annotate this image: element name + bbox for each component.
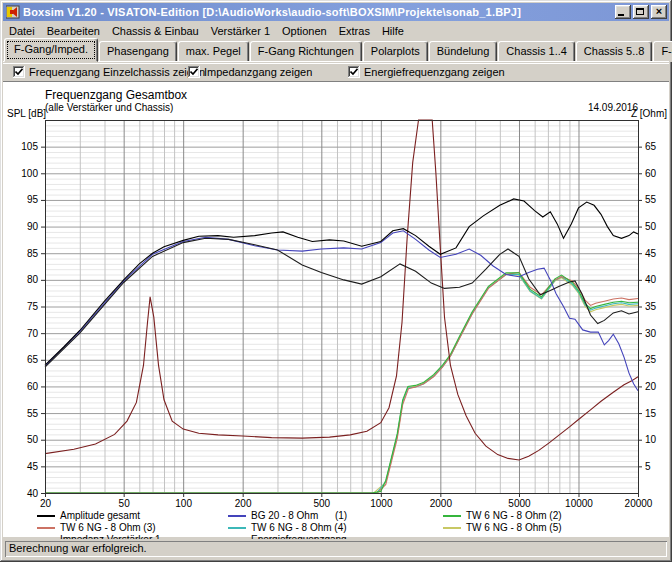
legend-swatch: [443, 515, 461, 517]
window-title: Boxsim V1.20 - VISATON-Edition [D:\Audio…: [23, 6, 521, 18]
legend-item-tw-6-ng-8-ohm-4: TW 6 NG - 8 Ohm (4): [228, 522, 347, 533]
legend-label: TW 6 NG - 8 Ohm (5): [466, 522, 562, 533]
menu-item-datei[interactable]: Datei: [3, 23, 41, 39]
tab-b-ndelung[interactable]: Bündelung: [429, 41, 498, 62]
app-icon: [6, 5, 20, 19]
menu-item-optionen[interactable]: Optionen: [276, 23, 333, 39]
checkbox-energiefrequenzgang-zeigen[interactable]: [348, 66, 360, 78]
curve-bg-20-8-ohm-1: [45, 231, 638, 391]
curve-energiefrequenzgang: [45, 238, 638, 367]
y-left-tick-label: 55: [27, 408, 39, 419]
legend-swatch: [37, 527, 55, 529]
y-right-tick-label: 65: [645, 141, 657, 152]
check-icon: [190, 68, 198, 76]
y-left-tick-label: 60: [27, 381, 39, 392]
tab-phasengang[interactable]: Phasengang: [99, 41, 177, 62]
legend-label: TW 6 NG - 8 Ohm (2): [466, 510, 562, 521]
maximize-button[interactable]: [633, 5, 649, 19]
checkbox-item-frequenzgang-einzelchassis-zeigen: Frequenzgang Einzelchassis zeigen: [13, 66, 205, 78]
tab-polarplots[interactable]: Polarplots: [363, 41, 428, 62]
checkbox-item-impedanzgang-zeigen: Impedanzgang zeigen: [188, 66, 312, 78]
x-tick-label: 500: [313, 498, 330, 509]
y-left-tick-label: 40: [27, 488, 39, 499]
close-button[interactable]: ×: [651, 5, 667, 19]
y-left-tick-label: 95: [27, 194, 39, 205]
checkbox-item-energiefrequenzgang-zeigen: Energiefrequenzgang zeigen: [348, 66, 505, 78]
menu-item-extras[interactable]: Extras: [333, 23, 376, 39]
frequency-response-plot: 4045505560657075808590951001055101520253…: [3, 82, 669, 537]
y-left-tick-label: 105: [21, 141, 38, 152]
legend-item-amplitude-gesamt: Amplitude gesamt: [37, 510, 140, 521]
legend-label: BG 20 - 8 Ohm (1): [251, 510, 347, 521]
y-left-tick-label: 45: [27, 461, 39, 472]
menu-item-chassis-einbau[interactable]: Chassis & Einbau: [106, 23, 205, 39]
curve-tw-6-ng-8-ohm-3: [45, 272, 638, 493]
y-right-tick-label: 55: [645, 194, 657, 205]
tab-chassis-1-4[interactable]: Chassis 1..4: [498, 41, 575, 62]
status-message: Berechnung war erfolgreich.: [5, 541, 667, 557]
menu-item-bearbeiten[interactable]: Bearbeiten: [41, 23, 106, 39]
legend-swatch: [228, 515, 246, 517]
tab-f-gang-elektr[interactable]: F-Gang elektr.: [653, 41, 672, 62]
y-left-tick-label: 85: [27, 248, 39, 259]
checkbox-frequenzgang-einzelchassis-zeigen[interactable]: [13, 66, 25, 78]
y-right-tick-label: 30: [645, 328, 657, 339]
checkbox-label: Impedanzgang zeigen: [204, 66, 312, 78]
x-tick-label: 20000: [625, 498, 653, 509]
y-left-tick-label: 65: [27, 354, 39, 365]
tab-max-pegel[interactable]: max. Pegel: [178, 41, 249, 62]
y-left-tick-label: 100: [21, 168, 38, 179]
maximize-icon: [636, 8, 644, 15]
minimize-button[interactable]: [615, 5, 631, 19]
x-tick-label: 200: [235, 498, 252, 509]
y-right-tick-label: 35: [645, 301, 657, 312]
tab-strip: F-Gang/Imped.Phasengangmax. PegelF-Gang …: [4, 40, 669, 62]
legend-label: Amplitude gesamt: [60, 510, 140, 521]
x-tick-label: 5000: [508, 498, 531, 509]
menu-item-verst-rker-1[interactable]: Verstärker 1: [205, 23, 276, 39]
curve-impedanz-verst-rker-1: [45, 120, 638, 460]
check-icon: [15, 68, 23, 76]
x-tick-label: 50: [119, 498, 131, 509]
y-right-tick-label: 5: [645, 461, 651, 472]
y-left-tick-label: 70: [27, 328, 39, 339]
legend-swatch: [37, 515, 55, 517]
checkbox-label: Frequenzgang Einzelchassis zeigen: [29, 66, 205, 78]
legend-item-bg-20-8-ohm-1: BG 20 - 8 Ohm (1): [228, 510, 347, 521]
y-right-tick-label: 20: [645, 381, 657, 392]
y-right-tick-label: 25: [645, 354, 657, 365]
legend-swatch: [443, 527, 461, 529]
app-window: Boxsim V1.20 - VISATON-Edition [D:\Audio…: [0, 0, 672, 562]
y-right-tick-label: 45: [645, 248, 657, 259]
y-left-tick-label: 80: [27, 274, 39, 285]
legend-swatch: [228, 527, 246, 529]
x-tick-label: 2000: [430, 498, 453, 509]
legend-item-tw-6-ng-8-ohm-2: TW 6 NG - 8 Ohm (2): [443, 510, 562, 521]
y-right-tick-label: 10: [645, 434, 657, 445]
tab-chassis-5-8[interactable]: Chassis 5..8: [576, 41, 653, 62]
y-left-tick-label: 50: [27, 434, 39, 445]
x-tick-label: 1000: [370, 498, 393, 509]
y-left-tick-label: 90: [27, 221, 39, 232]
status-bar: Berechnung war erfolgreich.: [3, 539, 669, 559]
chart-area: Frequenzgang Gesamtbox (alle Verstärker …: [3, 82, 669, 537]
check-icon: [350, 68, 358, 76]
legend-item-tw-6-ng-8-ohm-5: TW 6 NG - 8 Ohm (5): [443, 522, 562, 533]
checkbox-impedanzgang-zeigen[interactable]: [188, 66, 200, 78]
x-tick-label: 10000: [565, 498, 593, 509]
y-right-tick-label: 50: [645, 221, 657, 232]
legend-label: TW 6 NG - 8 Ohm (4): [251, 522, 347, 533]
x-tick-label: 100: [175, 498, 192, 509]
title-bar: Boxsim V1.20 - VISATON-Edition [D:\Audio…: [3, 3, 669, 21]
checkbox-panel: Frequenzgang Einzelchassis zeigenImpedan…: [3, 63, 669, 82]
menu-bar: DateiBearbeitenChassis & EinbauVerstärke…: [3, 22, 669, 39]
tab-f-gang-richtungen[interactable]: F-Gang Richtungen: [250, 41, 362, 62]
tab-f-gang-imped[interactable]: F-Gang/Imped.: [4, 38, 98, 62]
close-icon: ×: [651, 5, 667, 18]
checkbox-label: Energiefrequenzgang zeigen: [364, 66, 505, 78]
legend-label: TW 6 NG - 8 Ohm (3): [60, 522, 156, 533]
menu-item-hilfe[interactable]: Hilfe: [376, 23, 410, 39]
curve-amplitude-gesamt: [45, 199, 638, 365]
y-right-tick-label: 40: [645, 274, 657, 285]
curve-tw-6-ng-8-ohm-2: [45, 273, 638, 493]
